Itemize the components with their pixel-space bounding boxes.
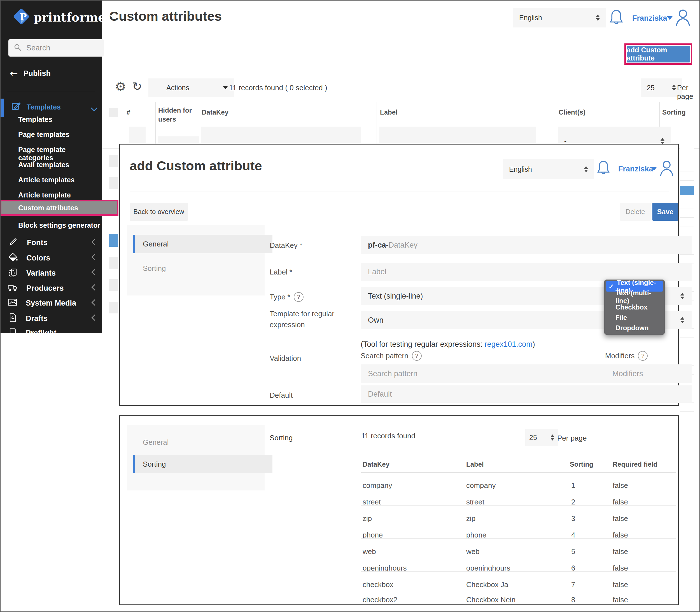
- sidebar-item-avail-templates[interactable]: Avail templates: [18, 161, 69, 169]
- row-divider: [361, 571, 676, 572]
- column-header-datakey[interactable]: DataKey: [201, 108, 228, 117]
- chevron-left-icon: [92, 284, 98, 291]
- delete-button[interactable]: Delete: [620, 203, 651, 221]
- sidebar-item-page-template-categories[interactable]: Page template categories: [18, 145, 102, 162]
- column-divider: [119, 102, 119, 149]
- sidebar-item-colors[interactable]: Colors: [8, 252, 51, 264]
- modifiers-label: Modifiers ?: [605, 351, 648, 361]
- row-divider: [361, 538, 676, 539]
- select-all-checkbox[interactable]: [109, 108, 118, 117]
- tab-sorting-label: Sorting: [143, 460, 166, 469]
- column-header-hidden-for-users[interactable]: Hidden for users: [158, 106, 193, 124]
- chevron-left-icon: [92, 300, 98, 306]
- row-divider: [361, 588, 676, 588]
- sidebar-item-system-media[interactable]: System Media: [7, 297, 76, 309]
- datakey-input[interactable]: pf-ca-DataKey: [361, 236, 691, 254]
- modifiers-input[interactable]: Modifiers: [605, 364, 691, 383]
- sorting-records-text: 11 records found: [361, 432, 415, 440]
- help-icon[interactable]: ?: [638, 351, 648, 361]
- refresh-icon[interactable]: ↻: [132, 80, 142, 93]
- label-input[interactable]: Label: [361, 263, 691, 281]
- language-value: English: [519, 14, 542, 22]
- regex-note-prefix: (Tool for testing regular expressions:: [361, 340, 485, 348]
- per-page-value: 25: [647, 84, 655, 92]
- modal-language-value: English: [509, 165, 532, 173]
- user-name[interactable]: Franziska: [632, 14, 667, 23]
- tab-sorting[interactable]: Sorting: [143, 261, 166, 275]
- truck-icon: [7, 282, 18, 294]
- sorting-per-page-select[interactable]: 25: [525, 429, 558, 446]
- save-label: Save: [657, 208, 673, 216]
- user-caret-icon[interactable]: [667, 16, 673, 20]
- sidebar-item-fonts[interactable]: Fonts: [9, 237, 47, 248]
- per-page-label: Per page: [677, 83, 700, 101]
- type-label-text: Type *: [270, 293, 290, 301]
- printformer-logo-icon: P: [11, 7, 31, 30]
- datakey-placeholder: DataKey: [389, 241, 418, 250]
- column-header-label[interactable]: Label: [380, 108, 397, 117]
- caret-down-icon: [223, 86, 228, 89]
- dropdown-option[interactable]: Text (multi-line): [604, 292, 665, 302]
- user-avatar-icon[interactable]: [659, 159, 675, 178]
- type-value: Text (single-line): [368, 292, 423, 301]
- table-row[interactable]: checkbox2: [363, 596, 397, 604]
- back-to-overview-label: Back to overview: [133, 208, 184, 216]
- option-checkbox: Checkbox: [615, 303, 648, 311]
- sorting-header-border: [361, 472, 676, 473]
- default-input[interactable]: Default: [361, 386, 691, 403]
- column-divider: [155, 102, 156, 149]
- column-header-number[interactable]: #: [127, 108, 130, 117]
- user-avatar-icon[interactable]: [674, 8, 691, 28]
- modal-divider: [130, 192, 669, 192]
- sidebar-item-drafts[interactable]: Drafts: [8, 312, 47, 325]
- type-field-label: Type * ?: [270, 292, 304, 302]
- help-icon[interactable]: ?: [412, 351, 422, 361]
- back-arrow-icon: ←: [10, 68, 18, 79]
- dropdown-option[interactable]: Dropdown: [604, 323, 665, 333]
- sidebar-item-article-templates[interactable]: Article templates: [18, 176, 74, 184]
- column-header-sorting[interactable]: Sorting: [662, 108, 686, 117]
- row-divider: [361, 489, 676, 489]
- tab-sorting[interactable]: Sorting: [133, 455, 272, 473]
- per-page-select[interactable]: 25: [641, 79, 682, 97]
- option-file: File: [615, 314, 627, 322]
- dropdown-option[interactable]: File: [604, 312, 665, 323]
- language-select[interactable]: English: [513, 8, 606, 27]
- bell-icon[interactable]: [596, 160, 611, 178]
- sidebar-item-block-settings-generator[interactable]: Block settings generator: [18, 221, 100, 230]
- selected-row-fragment: [109, 234, 118, 247]
- save-button[interactable]: Save: [653, 203, 678, 221]
- select-stepper-icon: [660, 138, 664, 144]
- sorting-per-page-value: 25: [529, 434, 537, 442]
- row-checkbox-fragment: [109, 177, 118, 189]
- actions-select[interactable]: Actions: [149, 79, 234, 97]
- sidebar-item-publish[interactable]: ← Publish: [10, 67, 51, 80]
- chevron-left-icon: [92, 269, 98, 276]
- user-caret-icon[interactable]: [651, 167, 657, 170]
- gear-icon[interactable]: ⚙: [115, 79, 126, 94]
- sidebar-item-templates[interactable]: Templates: [18, 115, 52, 124]
- add-custom-attribute-button[interactable]: add Custom attribute: [627, 46, 690, 62]
- selected-row-fragment: [680, 186, 694, 195]
- search-pattern-input[interactable]: Search pattern: [361, 364, 613, 383]
- sidebar-item-variants[interactable]: Variants: [8, 267, 56, 279]
- regex101-link[interactable]: regex101.com: [485, 340, 533, 348]
- add-custom-attribute-modal: add Custom attribute English Franziska B…: [119, 144, 679, 406]
- tab-general[interactable]: General: [133, 235, 272, 253]
- sidebar-item-producers[interactable]: Producers: [7, 282, 64, 294]
- back-to-overview-button[interactable]: Back to overview: [130, 203, 188, 221]
- bell-icon[interactable]: [608, 9, 625, 28]
- sidebar-item-custom-attributes[interactable]: Custom attributes: [0, 200, 118, 216]
- modal-user-name[interactable]: Franziska: [618, 165, 653, 173]
- sidebar-section-templates[interactable]: Templates: [27, 103, 61, 111]
- help-icon[interactable]: ?: [294, 292, 304, 302]
- sidebar-item-page-templates[interactable]: Page templates: [18, 130, 69, 139]
- search-input[interactable]: Search: [9, 39, 104, 57]
- pencil-icon: [9, 237, 18, 248]
- modal-language-select[interactable]: English: [503, 159, 594, 179]
- column-header-clients[interactable]: Client(s): [559, 108, 586, 117]
- tab-general[interactable]: General: [143, 435, 169, 449]
- select-stepper-icon: [672, 85, 676, 91]
- sidebar-item-preflight[interactable]: Preflight: [8, 327, 57, 339]
- sorting-col-datakey: DataKey: [363, 460, 390, 468]
